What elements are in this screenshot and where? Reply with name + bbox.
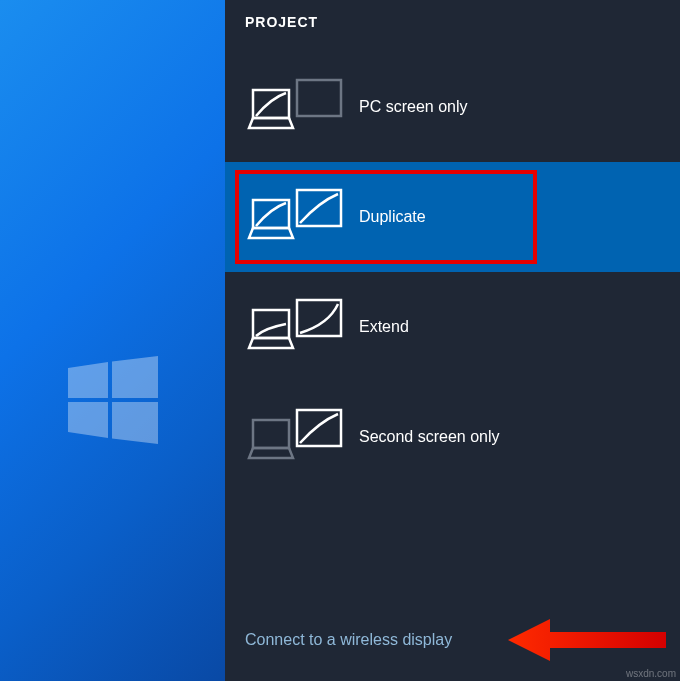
svg-marker-3 [112,402,158,444]
connect-wireless-display-link[interactable]: Connect to a wireless display [245,631,452,649]
svg-rect-11 [253,420,289,448]
option-label: Duplicate [359,208,426,226]
duplicate-icon [245,188,345,246]
option-label: PC screen only [359,98,468,116]
desktop-background [0,0,225,681]
option-label: Second screen only [359,428,500,446]
svg-marker-2 [68,402,108,438]
svg-marker-1 [112,356,158,398]
watermark-text: wsxdn.com [626,668,676,679]
project-panel: PROJECT PC screen only [225,0,680,681]
second-screen-only-icon [245,408,345,466]
panel-footer: Connect to a wireless display [225,631,680,681]
svg-marker-0 [68,362,108,398]
option-label: Extend [359,318,409,336]
project-option-duplicate[interactable]: Duplicate [225,162,680,272]
project-option-pc-screen-only[interactable]: PC screen only [225,52,680,162]
extend-icon [245,298,345,356]
project-option-extend[interactable]: Extend [225,272,680,382]
project-option-second-screen-only[interactable]: Second screen only [225,382,680,492]
svg-rect-4 [297,80,341,116]
windows-logo-icon [68,356,158,446]
pc-screen-only-icon [245,78,345,136]
panel-title: PROJECT [225,0,680,52]
